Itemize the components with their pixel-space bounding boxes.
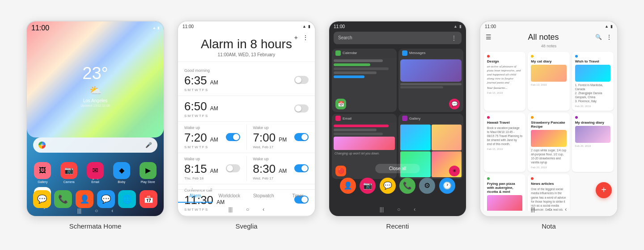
alarm-tabs: Alarm Worldclock Stopwatch Timer	[178, 189, 315, 203]
notes-fab-button[interactable]: +	[596, 182, 612, 198]
recents-search-more[interactable]: ⋮	[451, 34, 457, 42]
alarm-status-time: 11:00	[182, 24, 194, 29]
device-notes-frame: 11:00 ▲ ▮ ☰ All notes 🔍 ⋮ 48 notes	[479, 21, 618, 217]
alarm-1-toggle[interactable]	[294, 76, 309, 84]
alarm-item-3-right	[226, 133, 240, 141]
alarm-6-toggle[interactable]	[294, 164, 309, 172]
recents-nav-home[interactable]: ○	[397, 206, 400, 212]
dock-messages[interactable]: 💬	[380, 178, 396, 194]
tab-worldclock[interactable]: Worldclock	[212, 190, 247, 203]
note-design[interactable]: Design an active of pleasure of pizza be…	[484, 52, 525, 111]
app-email[interactable]: ✉ Email	[84, 162, 107, 183]
email-app-title: Email	[343, 117, 352, 121]
messages-line-2	[400, 86, 443, 88]
alarm-item-2: 6:50 AM S M T W T F S	[178, 96, 315, 122]
note-drawing[interactable]: My drawing diary Feb 20, 2019	[572, 113, 614, 172]
note-hawaii-dot	[487, 116, 490, 119]
tab-timer[interactable]: Timer	[281, 190, 315, 203]
app-playstore[interactable]: ▶ Play Store	[136, 162, 159, 183]
dock-camera[interactable]: 📷	[360, 178, 376, 194]
alarm-nav-home[interactable]: ○	[246, 206, 249, 212]
notes-more-icon[interactable]: ⋮	[606, 34, 612, 40]
note-travel-body: 1. Forest in Manitoba, Canada2. Zhangjia…	[575, 83, 610, 103]
calendar-line-1	[334, 59, 383, 62]
app-gallery[interactable]: 🖼 Gallery	[31, 162, 54, 183]
notes-search-icon[interactable]: 🔍	[595, 34, 602, 40]
messages-preview	[400, 59, 462, 82]
dock-clock[interactable]: 🕐	[439, 178, 455, 194]
note-pancake-body: 2 cups white sugar, 1/4 cup all-purpose …	[531, 148, 566, 164]
nav-recent[interactable]: |||	[77, 208, 81, 214]
alarm-item-1-right	[294, 76, 309, 84]
alarm-item-6-right	[294, 164, 309, 172]
dock-settings[interactable]: ⚙	[419, 178, 435, 194]
dock-contacts[interactable]: 👤	[340, 178, 356, 194]
alarm-more-icon[interactable]: ⋮	[302, 34, 309, 41]
note-hawaii[interactable]: Hawaii Travel Book a vacation package to…	[484, 113, 525, 172]
recents-nav-back[interactable]: ‹	[414, 206, 415, 212]
email-icon: ✉	[87, 162, 104, 179]
note-pancake-dot	[531, 116, 534, 119]
camera-icon: 📷	[60, 162, 77, 179]
recents-search-bar[interactable]: Search ⋮	[334, 32, 462, 44]
note-pancake[interactable]: Strawberry Pancake Recipe 2 cups white s…	[528, 113, 569, 172]
app-camera-label: Camera	[64, 180, 75, 183]
alarm-in-text: Alarm in 8 hours	[187, 37, 306, 51]
weather-icon: ⛅	[89, 85, 102, 96]
notes-nav-back[interactable]: ‹	[565, 206, 567, 212]
notes-nav-home[interactable]: ○	[548, 206, 551, 212]
alarm-1-label: Good morning	[184, 68, 294, 73]
search-mic-icon[interactable]: 🎤	[145, 142, 152, 148]
alarm-nav-back[interactable]: ‹	[263, 206, 264, 212]
alarm-nav-recent[interactable]: |||	[229, 206, 233, 212]
notes-nav: ||| ○ ‹	[480, 206, 617, 212]
note-cat-diary[interactable]: My cat diary Feb 13, 2019	[528, 52, 569, 111]
recents-nav-recent[interactable]: |||	[380, 206, 384, 212]
recent-card-calendar[interactable]: Calendar 📅	[332, 49, 397, 112]
note-news[interactable]: News articles One of the biggest social …	[528, 174, 569, 210]
dock-phone[interactable]: 📞	[54, 190, 72, 208]
alarm-2-toggle[interactable]	[294, 104, 309, 112]
dock-contacts[interactable]: 👤	[76, 190, 93, 208]
gallery-thumb-1	[400, 125, 431, 150]
note-pizza[interactable]: Frying pan pizza with aubergine, ricotta…	[484, 174, 525, 210]
note-travel[interactable]: Wish to Travel 1. Forest in Manitoba, Ca…	[572, 52, 614, 111]
dock-phone[interactable]: 📞	[399, 178, 415, 194]
notes-title: All notes	[491, 33, 595, 42]
alarm-4-toggle[interactable]	[294, 133, 309, 141]
app-bixby[interactable]: ◆ Bixby	[110, 162, 133, 183]
app-camera[interactable]: 📷 Camera	[58, 162, 80, 183]
recents-dock: 👤 📷 💬 📞 ⚙ 🕐	[334, 178, 462, 194]
dock-messages[interactable]: 💬	[33, 190, 51, 208]
alarm-status-bar: 11:00 ▲ ▮	[178, 21, 315, 29]
tab-stopwatch[interactable]: Stopwatch	[246, 190, 281, 203]
dock-internet[interactable]: 🌐	[118, 190, 136, 208]
notes-nav-recent[interactable]: |||	[531, 206, 535, 212]
dock-chat[interactable]: 💬	[97, 190, 115, 208]
app-shortcuts-bottom: Close all 👤 📷 💬 📞 ⚙ 🕐	[329, 164, 466, 194]
close-all-button[interactable]: Close all	[375, 164, 420, 173]
alarm-5-toggle[interactable]	[226, 164, 240, 172]
messages-shortcut-icon[interactable]: 💬	[449, 99, 460, 109]
calendar-shortcut-icon[interactable]: 📅	[335, 99, 346, 109]
alarm-add-icon[interactable]: +	[294, 34, 298, 41]
alarm-wifi-icon: ▲	[302, 24, 306, 29]
app-playstore-label: Play Store	[140, 180, 155, 183]
note-travel-date: Feb 20, 2019	[575, 105, 610, 108]
recent-card-messages[interactable]: Messages 💬	[398, 49, 463, 112]
note-travel-dot	[575, 55, 578, 58]
home-search-bar[interactable]: G 🎤	[33, 138, 157, 153]
notes-menu-icon[interactable]: ☰	[486, 33, 491, 41]
alarm-3-toggle[interactable]	[226, 133, 240, 141]
playstore-icon: ▶	[140, 162, 157, 179]
note-pizza-dot	[487, 177, 490, 180]
recents-wifi-icon: ▲	[453, 24, 458, 29]
dock-calendar[interactable]: 📅	[140, 190, 157, 208]
alarm-3-days: S M T W T F S	[184, 145, 226, 149]
tab-alarm[interactable]: Alarm	[178, 190, 212, 203]
note-travel-img	[575, 65, 610, 82]
nav-back[interactable]: ‹	[111, 208, 113, 214]
calendar-app-icon	[335, 50, 341, 56]
nav-home[interactable]: ○	[95, 208, 98, 214]
home-screen: 11:00 ▲ ▮ 23° ⛅ Los Angeles Updated 13/0…	[27, 21, 164, 216]
